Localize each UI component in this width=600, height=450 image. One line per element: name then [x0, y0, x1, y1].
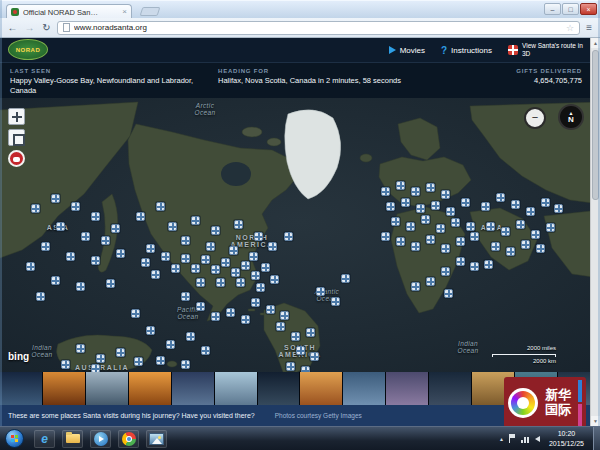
taskbar-clock[interactable]: 10:20 2015/12/25 [545, 429, 588, 448]
gift-marker[interactable] [76, 282, 85, 291]
photo-thumbnail[interactable] [215, 372, 257, 405]
gift-marker[interactable] [181, 254, 190, 263]
gift-marker[interactable] [456, 257, 465, 266]
chrome-icon[interactable] [118, 430, 139, 448]
gift-marker[interactable] [266, 305, 275, 314]
photo-thumbnail[interactable] [43, 372, 85, 405]
photo-thumbnail[interactable] [86, 372, 128, 405]
gift-marker[interactable] [171, 264, 180, 273]
gift-marker[interactable] [131, 309, 140, 318]
minimize-button[interactable]: – [544, 3, 561, 15]
gift-marker[interactable] [168, 222, 177, 231]
gift-marker[interactable] [106, 279, 115, 288]
gift-marker[interactable] [236, 278, 245, 287]
gift-marker[interactable] [134, 357, 143, 366]
gift-marker[interactable] [396, 181, 405, 190]
gift-marker[interactable] [211, 226, 220, 235]
gift-marker[interactable] [470, 262, 479, 271]
gift-marker[interactable] [306, 328, 315, 337]
close-button[interactable]: × [580, 3, 597, 15]
gift-marker[interactable] [276, 322, 285, 331]
photo-thumbnail[interactable] [386, 372, 428, 405]
gift-marker[interactable] [496, 193, 505, 202]
gift-marker[interactable] [201, 255, 210, 264]
gift-marker[interactable] [76, 344, 85, 353]
gift-marker[interactable] [101, 236, 110, 245]
gift-marker[interactable] [241, 261, 250, 270]
url-text[interactable]: www.noradsanta.org [74, 23, 562, 32]
gift-marker[interactable] [411, 187, 420, 196]
gift-marker[interactable] [441, 244, 450, 253]
new-tab-button[interactable] [140, 7, 161, 16]
gift-marker[interactable] [116, 348, 125, 357]
gift-marker[interactable] [381, 187, 390, 196]
volume-icon[interactable] [535, 436, 540, 442]
gift-marker[interactable] [411, 282, 420, 291]
zoom-out-button[interactable]: − [524, 107, 546, 129]
gift-marker[interactable] [381, 232, 390, 241]
gift-marker[interactable] [191, 216, 200, 225]
photo-thumbnail[interactable] [172, 372, 214, 405]
map-pan-control[interactable] [8, 108, 25, 125]
gift-marker[interactable] [291, 332, 300, 341]
gift-marker[interactable] [341, 274, 350, 283]
gift-marker[interactable] [216, 278, 225, 287]
gift-marker[interactable] [156, 356, 165, 365]
photo-thumbnail[interactable] [258, 372, 300, 405]
bing-logo[interactable]: bing [8, 351, 29, 362]
movies-button[interactable]: Movies [389, 46, 425, 55]
gift-marker[interactable] [191, 264, 200, 273]
gift-marker[interactable] [211, 265, 220, 274]
gift-marker[interactable] [249, 252, 258, 261]
gift-marker[interactable] [196, 302, 205, 311]
address-bar[interactable]: www.noradsanta.org ☆ [57, 21, 580, 35]
gift-marker[interactable] [286, 362, 295, 371]
gift-marker[interactable] [31, 204, 40, 213]
gift-marker[interactable] [268, 242, 277, 251]
gift-marker[interactable] [241, 315, 250, 324]
gift-marker[interactable] [61, 360, 70, 369]
gift-marker[interactable] [506, 247, 515, 256]
gift-marker[interactable] [181, 292, 190, 301]
gift-marker[interactable] [466, 222, 475, 231]
browser-tab[interactable]: Official NORAD San… × [6, 4, 132, 19]
gift-marker[interactable] [201, 346, 210, 355]
tray-expand-icon[interactable]: ▲ [499, 436, 504, 442]
gift-marker[interactable] [231, 268, 240, 277]
gift-marker[interactable] [71, 202, 80, 211]
gift-marker[interactable] [181, 236, 190, 245]
gift-marker[interactable] [91, 364, 100, 372]
gift-marker[interactable] [211, 312, 220, 321]
gift-marker[interactable] [491, 242, 500, 251]
gift-marker[interactable] [546, 223, 555, 232]
back-icon[interactable]: ← [6, 21, 19, 35]
internet-explorer-icon[interactable]: e [34, 430, 55, 448]
gift-marker[interactable] [251, 271, 260, 280]
gift-marker[interactable] [416, 204, 425, 213]
gift-marker[interactable] [426, 235, 435, 244]
gift-marker[interactable] [411, 242, 420, 251]
gift-marker[interactable] [146, 244, 155, 253]
gift-marker[interactable] [56, 222, 65, 231]
photo-thumbnail[interactable] [300, 372, 342, 405]
gift-marker[interactable] [331, 297, 340, 306]
gift-marker[interactable] [270, 275, 279, 284]
show-desktop-button[interactable] [593, 427, 600, 450]
gift-marker[interactable] [251, 298, 260, 307]
gift-marker[interactable] [226, 308, 235, 317]
photo-viewer-icon[interactable] [146, 430, 167, 448]
gift-marker[interactable] [166, 340, 175, 349]
gift-marker[interactable] [41, 242, 50, 251]
gift-marker[interactable] [531, 230, 540, 239]
compass-button[interactable]: ▲ N [558, 104, 584, 130]
norad-logo[interactable]: NORAD [8, 39, 48, 60]
maximize-button[interactable]: □ [562, 3, 579, 15]
gift-marker[interactable] [51, 276, 60, 285]
gift-marker[interactable] [136, 212, 145, 221]
gift-marker[interactable] [221, 258, 230, 267]
gift-marker[interactable] [296, 346, 305, 355]
photo-thumbnail[interactable] [129, 372, 171, 405]
gift-marker[interactable] [426, 183, 435, 192]
gift-marker[interactable] [526, 207, 535, 216]
gift-marker[interactable] [161, 252, 170, 261]
